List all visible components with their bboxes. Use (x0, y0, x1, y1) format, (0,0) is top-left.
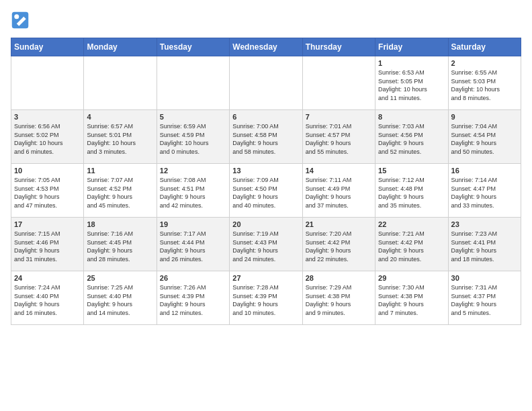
calendar-cell: 23Sunrise: 7:23 AM Sunset: 4:41 PM Dayli… (448, 218, 521, 271)
calendar-cell: 5Sunrise: 6:59 AM Sunset: 4:59 PM Daylig… (157, 110, 229, 164)
day-info: Sunrise: 7:21 AM Sunset: 4:42 PM Dayligh… (378, 230, 445, 263)
day-number: 18 (87, 220, 153, 228)
day-number: 9 (451, 113, 518, 121)
day-info: Sunrise: 7:31 AM Sunset: 4:37 PM Dayligh… (451, 283, 518, 317)
day-info: Sunrise: 7:15 AM Sunset: 4:46 PM Dayligh… (14, 230, 81, 263)
day-number: 24 (14, 274, 81, 282)
calendar-cell: 25Sunrise: 7:25 AM Sunset: 4:40 PM Dayli… (84, 271, 157, 325)
day-number: 14 (306, 167, 372, 175)
calendar-cell: 1Sunrise: 6:53 AM Sunset: 5:05 PM Daylig… (375, 56, 448, 110)
day-info: Sunrise: 7:00 AM Sunset: 4:58 PM Dayligh… (232, 122, 299, 156)
calendar-cell: 30Sunrise: 7:31 AM Sunset: 4:37 PM Dayli… (448, 271, 521, 325)
day-info: Sunrise: 6:59 AM Sunset: 4:59 PM Dayligh… (160, 122, 226, 156)
week-row-5: 24Sunrise: 7:24 AM Sunset: 4:40 PM Dayli… (11, 271, 521, 325)
calendar-cell: 16Sunrise: 7:14 AM Sunset: 4:47 PM Dayli… (448, 164, 521, 218)
day-number: 1 (378, 59, 445, 67)
day-number: 11 (87, 167, 153, 175)
day-number: 16 (451, 167, 518, 175)
calendar-table: SundayMondayTuesdayWednesdayThursdayFrid… (11, 38, 521, 325)
day-number: 13 (232, 167, 299, 175)
day-number: 6 (232, 113, 299, 121)
day-header-tuesday: Tuesday (157, 38, 229, 56)
day-number: 8 (378, 113, 445, 121)
day-number: 4 (87, 113, 153, 121)
day-number: 26 (160, 274, 226, 282)
calendar-cell: 8Sunrise: 7:03 AM Sunset: 4:56 PM Daylig… (375, 110, 448, 164)
calendar-cell: 19Sunrise: 7:17 AM Sunset: 4:44 PM Dayli… (157, 218, 229, 271)
day-number: 20 (232, 220, 299, 228)
page-header (11, 11, 521, 30)
day-number: 28 (306, 274, 372, 282)
day-info: Sunrise: 7:03 AM Sunset: 4:56 PM Dayligh… (378, 122, 445, 156)
day-number: 3 (14, 113, 81, 121)
day-info: Sunrise: 7:24 AM Sunset: 4:40 PM Dayligh… (14, 283, 81, 317)
day-number: 23 (451, 220, 518, 228)
day-headers-row: SundayMondayTuesdayWednesdayThursdayFrid… (11, 38, 521, 56)
day-info: Sunrise: 7:01 AM Sunset: 4:57 PM Dayligh… (306, 122, 372, 156)
calendar-cell: 24Sunrise: 7:24 AM Sunset: 4:40 PM Dayli… (11, 271, 84, 325)
day-info: Sunrise: 7:28 AM Sunset: 4:39 PM Dayligh… (232, 283, 299, 317)
calendar-cell: 18Sunrise: 7:16 AM Sunset: 4:45 PM Dayli… (84, 218, 157, 271)
week-row-4: 17Sunrise: 7:15 AM Sunset: 4:46 PM Dayli… (11, 218, 521, 271)
calendar-cell: 13Sunrise: 7:09 AM Sunset: 4:50 PM Dayli… (230, 164, 302, 218)
day-info: Sunrise: 7:30 AM Sunset: 4:38 PM Dayligh… (378, 283, 445, 317)
day-info: Sunrise: 7:12 AM Sunset: 4:48 PM Dayligh… (378, 176, 445, 210)
day-number: 7 (306, 113, 372, 121)
day-header-monday: Monday (84, 38, 157, 56)
day-number: 30 (451, 274, 518, 282)
day-header-thursday: Thursday (302, 38, 375, 56)
day-number: 19 (160, 220, 226, 228)
day-info: Sunrise: 7:20 AM Sunset: 4:42 PM Dayligh… (306, 230, 372, 263)
day-info: Sunrise: 7:17 AM Sunset: 4:44 PM Dayligh… (160, 230, 226, 263)
day-info: Sunrise: 7:23 AM Sunset: 4:41 PM Dayligh… (451, 230, 518, 263)
day-number: 21 (306, 220, 372, 228)
svg-point-2 (14, 14, 19, 19)
calendar-cell: 10Sunrise: 7:05 AM Sunset: 4:53 PM Dayli… (11, 164, 84, 218)
calendar-cell: 28Sunrise: 7:29 AM Sunset: 4:38 PM Dayli… (302, 271, 375, 325)
day-info: Sunrise: 7:26 AM Sunset: 4:39 PM Dayligh… (160, 283, 226, 317)
calendar-cell: 6Sunrise: 7:00 AM Sunset: 4:58 PM Daylig… (230, 110, 302, 164)
day-header-saturday: Saturday (448, 38, 521, 56)
calendar-cell: 3Sunrise: 6:56 AM Sunset: 5:02 PM Daylig… (11, 110, 84, 164)
day-info: Sunrise: 7:05 AM Sunset: 4:53 PM Dayligh… (14, 176, 81, 210)
calendar-cell: 15Sunrise: 7:12 AM Sunset: 4:48 PM Dayli… (375, 164, 448, 218)
calendar-cell: 4Sunrise: 6:57 AM Sunset: 5:01 PM Daylig… (84, 110, 157, 164)
calendar-cell: 21Sunrise: 7:20 AM Sunset: 4:42 PM Dayli… (302, 218, 375, 271)
calendar-cell: 26Sunrise: 7:26 AM Sunset: 4:39 PM Dayli… (157, 271, 229, 325)
week-row-3: 10Sunrise: 7:05 AM Sunset: 4:53 PM Dayli… (11, 164, 521, 218)
calendar-cell: 9Sunrise: 7:04 AM Sunset: 4:54 PM Daylig… (448, 110, 521, 164)
day-info: Sunrise: 7:19 AM Sunset: 4:43 PM Dayligh… (232, 230, 299, 263)
calendar-cell: 7Sunrise: 7:01 AM Sunset: 4:57 PM Daylig… (302, 110, 375, 164)
calendar-cell: 14Sunrise: 7:11 AM Sunset: 4:49 PM Dayli… (302, 164, 375, 218)
day-number: 17 (14, 220, 81, 228)
day-number: 22 (378, 220, 445, 228)
calendar-cell (157, 56, 229, 110)
day-info: Sunrise: 7:16 AM Sunset: 4:45 PM Dayligh… (87, 230, 153, 263)
day-number: 5 (160, 113, 226, 121)
calendar-cell: 20Sunrise: 7:19 AM Sunset: 4:43 PM Dayli… (230, 218, 302, 271)
day-info: Sunrise: 6:57 AM Sunset: 5:01 PM Dayligh… (87, 122, 153, 156)
day-info: Sunrise: 6:53 AM Sunset: 5:05 PM Dayligh… (378, 68, 445, 102)
day-number: 2 (451, 59, 518, 67)
calendar-cell: 22Sunrise: 7:21 AM Sunset: 4:42 PM Dayli… (375, 218, 448, 271)
calendar-cell: 17Sunrise: 7:15 AM Sunset: 4:46 PM Dayli… (11, 218, 84, 271)
day-info: Sunrise: 7:07 AM Sunset: 4:52 PM Dayligh… (87, 176, 153, 210)
calendar-cell: 12Sunrise: 7:08 AM Sunset: 4:51 PM Dayli… (157, 164, 229, 218)
day-info: Sunrise: 7:08 AM Sunset: 4:51 PM Dayligh… (160, 176, 226, 210)
week-row-1: 1Sunrise: 6:53 AM Sunset: 5:05 PM Daylig… (11, 56, 521, 110)
logo-icon (11, 11, 30, 30)
calendar-cell: 27Sunrise: 7:28 AM Sunset: 4:39 PM Dayli… (230, 271, 302, 325)
calendar-cell (11, 56, 84, 110)
day-info: Sunrise: 6:56 AM Sunset: 5:02 PM Dayligh… (14, 122, 81, 156)
logo (11, 11, 32, 30)
calendar-cell: 11Sunrise: 7:07 AM Sunset: 4:52 PM Dayli… (84, 164, 157, 218)
calendar-cell: 29Sunrise: 7:30 AM Sunset: 4:38 PM Dayli… (375, 271, 448, 325)
day-number: 27 (232, 274, 299, 282)
calendar-cell (84, 56, 157, 110)
day-header-friday: Friday (375, 38, 448, 56)
day-number: 25 (87, 274, 153, 282)
day-info: Sunrise: 6:55 AM Sunset: 5:03 PM Dayligh… (451, 68, 518, 102)
day-number: 10 (14, 167, 81, 175)
day-info: Sunrise: 7:14 AM Sunset: 4:47 PM Dayligh… (451, 176, 518, 210)
week-row-2: 3Sunrise: 6:56 AM Sunset: 5:02 PM Daylig… (11, 110, 521, 164)
